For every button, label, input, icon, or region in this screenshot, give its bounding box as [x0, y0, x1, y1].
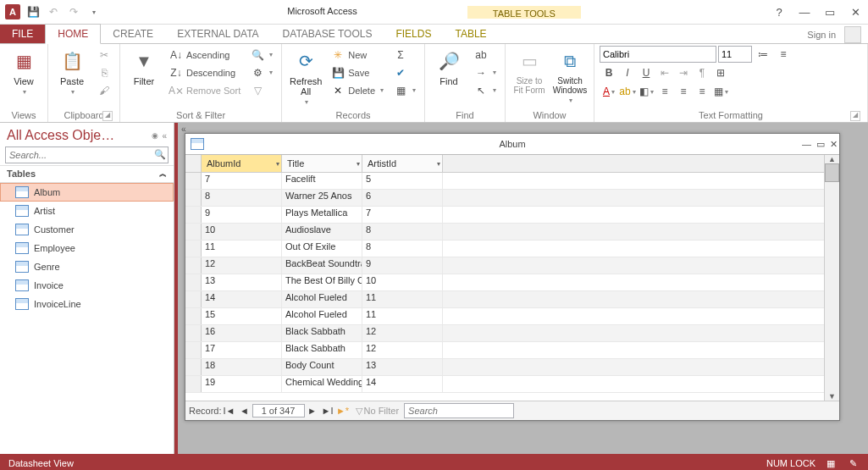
minimize-icon[interactable]: — [793, 3, 815, 20]
subwin-close-icon[interactable]: ✕ [830, 139, 838, 150]
qat-customize-icon[interactable]: ▾ [84, 3, 104, 21]
redo-icon[interactable]: ↷ [64, 3, 84, 21]
save-record-button[interactable]: 💾Save [328, 64, 387, 81]
restore-icon[interactable]: ▭ [819, 3, 841, 20]
cell[interactable]: Plays Metallica [282, 207, 362, 223]
select-button[interactable]: ↖ [471, 81, 500, 99]
align-center-icon[interactable]: ≡ [674, 83, 693, 100]
row-selector[interactable] [185, 274, 202, 290]
row-selector[interactable] [185, 291, 202, 307]
cell[interactable]: 17 [202, 342, 282, 358]
table-row[interactable]: 11Out Of Exile8 [185, 241, 824, 257]
subwin-minimize-icon[interactable]: — [802, 139, 811, 150]
table-row[interactable]: 19Chemical Wedding14 [185, 376, 824, 393]
cell[interactable]: Black Sabbath [282, 325, 362, 341]
nav-title[interactable]: All Access Obje… [7, 128, 148, 143]
subwin-maximize-icon[interactable]: ▭ [816, 139, 825, 150]
row-selector[interactable] [185, 359, 202, 375]
row-selector[interactable] [185, 207, 202, 223]
cell[interactable]: 19 [202, 376, 282, 392]
underline-button[interactable]: U [637, 64, 655, 81]
nav-table-customer[interactable]: Customer [0, 220, 174, 239]
row-selector[interactable] [185, 190, 202, 206]
cell[interactable]: 6 [362, 190, 443, 206]
advanced-filter-button[interactable]: ⚙ [247, 64, 276, 81]
copy-button[interactable]: ⎘ [94, 64, 114, 81]
scroll-up-icon[interactable]: ▲ [828, 155, 836, 163]
chevron-down-icon[interactable]: ▾ [357, 160, 360, 168]
row-selector[interactable] [185, 257, 202, 274]
nav-dropdown-icon[interactable]: ◉ [152, 131, 158, 140]
cell[interactable]: 5 [362, 173, 443, 189]
row-selector[interactable] [185, 342, 202, 358]
cell[interactable]: 8 [362, 224, 443, 240]
cell[interactable]: Chemical Wedding [282, 376, 362, 392]
delete-record-button[interactable]: ✕Delete [328, 81, 387, 99]
cell[interactable]: 7 [202, 173, 282, 189]
cell[interactable]: 11 [362, 308, 443, 324]
tab-file[interactable]: FILE [0, 25, 45, 43]
nav-table-invoice[interactable]: Invoice [0, 276, 174, 295]
table-row[interactable]: 14Alcohol Fueled11 [185, 291, 824, 308]
font-color-button[interactable]: A [600, 83, 618, 100]
alt-row-color-icon[interactable]: ▦ [711, 83, 730, 100]
table-row[interactable]: 9Plays Metallica7 [185, 207, 824, 224]
cell[interactable]: The Best Of Billy Cobham [282, 274, 362, 290]
datasheet-view-btn-icon[interactable]: ▦ [824, 456, 838, 470]
row-selector[interactable] [185, 308, 202, 324]
fill-color-button[interactable]: ◧ [637, 83, 655, 100]
rtl-icon[interactable]: ¶ [693, 64, 711, 81]
close-icon[interactable]: ✕ [844, 3, 866, 20]
datasheet-grid[interactable]: AlbumId▾ Title▾ ArtistId▾ 7Facelift58War… [185, 155, 824, 401]
cell[interactable]: 8 [202, 190, 282, 206]
cell[interactable]: Out Of Exile [282, 241, 362, 257]
cell[interactable]: Black Sabbath [282, 342, 362, 358]
cell[interactable]: 18 [202, 359, 282, 375]
more-records-button[interactable]: ▦ [390, 81, 419, 99]
no-filter-indicator[interactable]: ▽No Filter [356, 406, 400, 417]
table-row[interactable]: 17Black Sabbath12 [185, 342, 824, 359]
cut-button[interactable]: ✂ [94, 46, 114, 64]
cell[interactable]: 13 [202, 274, 282, 290]
table-row[interactable]: 8Warner 25 Anos6 [185, 190, 824, 207]
cell[interactable]: Facelift [282, 173, 362, 189]
nav-table-employee[interactable]: Employee [0, 239, 174, 257]
spelling-button[interactable]: ✔ [390, 64, 419, 81]
last-record-icon[interactable]: ►I [320, 406, 335, 416]
cell[interactable]: 12 [362, 325, 443, 341]
cell[interactable]: Audioslave [282, 224, 362, 240]
tab-create[interactable]: CREATE [101, 25, 165, 43]
cell[interactable]: Warner 25 Anos [282, 190, 362, 206]
next-record-icon[interactable]: ► [305, 406, 320, 416]
bullets-icon[interactable]: ≔ [754, 46, 772, 63]
nav-search-input[interactable] [5, 147, 169, 163]
shutter-bar-icon[interactable]: « [181, 124, 186, 134]
tab-database-tools[interactable]: DATABASE TOOLS [271, 25, 384, 43]
tab-table[interactable]: TABLE [443, 25, 498, 43]
cell[interactable]: BackBeat Soundtrack [282, 257, 362, 274]
scroll-thumb[interactable] [825, 163, 839, 182]
undo-icon[interactable]: ↶ [43, 3, 64, 21]
access-app-icon[interactable]: A [3, 3, 23, 21]
refresh-all-button[interactable]: ⟳ Refresh All [287, 46, 324, 108]
cell[interactable]: 13 [362, 359, 443, 375]
font-name-input[interactable] [600, 46, 716, 63]
col-artistid[interactable]: ArtistId▾ [362, 155, 443, 172]
tab-fields[interactable]: FIELDS [384, 25, 443, 43]
indent-dec-icon[interactable]: ⇤ [655, 64, 674, 81]
numbering-icon[interactable]: ≡ [774, 46, 793, 63]
nav-table-album[interactable]: Album [0, 183, 174, 202]
cell[interactable]: 10 [362, 274, 443, 290]
nav-table-genre[interactable]: Genre [0, 257, 174, 276]
row-selector[interactable] [185, 224, 202, 240]
user-avatar-icon[interactable] [844, 26, 861, 43]
cell[interactable]: 7 [362, 207, 443, 223]
tab-home[interactable]: HOME [45, 24, 101, 44]
cell[interactable]: 9 [362, 257, 443, 274]
filter-button[interactable]: ▼ Filter [125, 46, 163, 88]
cell[interactable]: 14 [202, 291, 282, 307]
save-icon[interactable]: 💾 [23, 3, 43, 21]
new-record-nav-icon[interactable]: ►* [335, 406, 351, 416]
nav-table-invoiceline[interactable]: InvoiceLine [0, 295, 174, 313]
switch-windows-button[interactable]: ⧉ Switch Windows [551, 46, 589, 106]
